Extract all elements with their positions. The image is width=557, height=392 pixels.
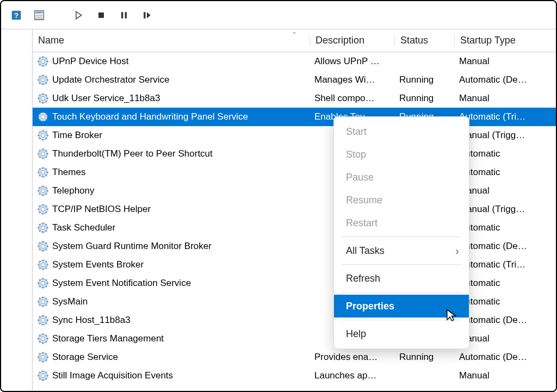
cell-startup: Automatic (Tri… bbox=[455, 111, 556, 122]
svg-point-54 bbox=[41, 133, 45, 137]
service-name-label: Storage Tiers Management bbox=[52, 333, 164, 344]
table-row[interactable]: Time BrokerManual (Trigg… bbox=[33, 126, 556, 145]
service-name-label: System Events Broker bbox=[52, 259, 144, 270]
svg-point-134 bbox=[41, 281, 45, 285]
svg-marker-12 bbox=[147, 12, 151, 18]
cell-startup: Automatic bbox=[455, 148, 556, 159]
svg-rect-11 bbox=[144, 12, 145, 18]
gear-icon bbox=[37, 166, 49, 178]
col-header-startup[interactable]: Startup Type bbox=[455, 35, 556, 46]
table-row[interactable]: Thunderbolt(TM) Peer to Peer ShortcutAut… bbox=[33, 145, 556, 163]
col-header-name[interactable]: Name bbox=[33, 35, 310, 46]
cell-name: System Event Notification Service bbox=[33, 277, 310, 289]
cell-startup: Manual (Trigg… bbox=[455, 130, 556, 141]
menu-item-restart: Restart bbox=[334, 211, 469, 234]
service-name-label: System Guard Runtime Monitor Broker bbox=[52, 241, 212, 252]
details-icon bbox=[34, 10, 45, 21]
menu-item-help[interactable]: Help bbox=[334, 322, 469, 345]
cell-name: System Guard Runtime Monitor Broker bbox=[33, 240, 310, 252]
table-row[interactable]: TCP/IP NetBIOS HelperManual (Trigg… bbox=[33, 200, 556, 219]
svg-point-114 bbox=[41, 244, 45, 248]
svg-point-44 bbox=[41, 115, 45, 119]
help-button[interactable]: ? bbox=[8, 7, 25, 24]
menu-separator bbox=[342, 237, 461, 237]
service-name-label: Update Orchestrator Service bbox=[52, 74, 169, 85]
svg-rect-8 bbox=[98, 13, 104, 18]
svg-point-174 bbox=[41, 355, 45, 359]
svg-point-164 bbox=[41, 337, 45, 340]
cell-name: Task Scheduler bbox=[33, 222, 310, 234]
table-row[interactable]: Udk User Service_11b8a3Shell compo…Runni… bbox=[33, 89, 556, 108]
table-row[interactable]: System Events BrokerAutomatic (Tri… bbox=[33, 256, 556, 274]
svg-marker-193 bbox=[447, 310, 455, 321]
table-row[interactable]: Update Orchestrator ServiceManages Wi…Ru… bbox=[33, 71, 556, 89]
cell-startup: Automatic bbox=[455, 278, 556, 289]
gear-icon bbox=[37, 129, 49, 141]
gear-icon bbox=[37, 55, 49, 67]
cell-name: Still Image Acquisition Events bbox=[33, 370, 310, 382]
table-row[interactable]: ThemesAutomatic bbox=[33, 163, 556, 182]
menu-item-pause: Pause bbox=[334, 166, 469, 189]
table-row[interactable]: Task SchedulerAutomatic bbox=[33, 219, 556, 237]
cell-startup: Automatic bbox=[455, 222, 556, 233]
service-name-label: Telephony bbox=[52, 185, 95, 196]
svg-point-124 bbox=[41, 263, 45, 266]
col-header-description[interactable]: Description bbox=[310, 35, 395, 46]
service-rows: UPnP Device HostAllows UPnP …ManualUpdat… bbox=[33, 52, 556, 385]
svg-marker-7 bbox=[76, 11, 82, 18]
service-name-label: Task Scheduler bbox=[52, 222, 115, 233]
svg-point-104 bbox=[41, 226, 45, 229]
cell-name: TCP/IP NetBIOS Helper bbox=[33, 203, 310, 215]
gear-icon bbox=[37, 370, 49, 382]
view-details-button[interactable] bbox=[30, 7, 48, 24]
cell-startup: Automatic (De… bbox=[455, 241, 556, 252]
svg-point-74 bbox=[41, 170, 45, 174]
svg-point-154 bbox=[41, 318, 45, 322]
cell-startup: Manual bbox=[455, 370, 556, 381]
cell-startup: Automatic bbox=[455, 167, 556, 178]
table-row[interactable]: UPnP Device HostAllows UPnP …Manual bbox=[33, 52, 556, 71]
col-header-status[interactable]: Status bbox=[395, 35, 455, 46]
table-row[interactable]: Still Image Acquisition EventsLaunches a… bbox=[33, 366, 556, 385]
cell-name: Time Broker bbox=[33, 129, 310, 141]
table-row[interactable]: System Guard Runtime Monitor BrokerAutom… bbox=[33, 237, 556, 256]
cell-startup: Manual bbox=[455, 56, 556, 67]
cell-startup: Automatic bbox=[455, 296, 556, 307]
service-grid: Name ⌄ Description Status Startup Type U… bbox=[33, 29, 556, 391]
menu-item-refresh[interactable]: Refresh bbox=[334, 267, 469, 290]
menu-separator bbox=[342, 320, 461, 320]
cell-name: Themes bbox=[33, 166, 310, 178]
gear-icon bbox=[37, 74, 49, 86]
service-name-label: Storage Service bbox=[52, 352, 118, 363]
start-service-button[interactable] bbox=[70, 7, 87, 24]
table-row[interactable]: Sync Host_11b8a3Automatic (De… bbox=[33, 311, 556, 329]
pause-icon bbox=[119, 10, 129, 21]
pause-service-button[interactable] bbox=[115, 7, 133, 24]
cell-startup: Automatic (De… bbox=[455, 352, 556, 363]
service-name-label: UPnP Device Host bbox=[52, 56, 128, 67]
table-row[interactable]: Touch Keyboard and Handwriting Panel Ser… bbox=[33, 108, 556, 126]
cell-description: Manages Wi… bbox=[310, 74, 395, 85]
cell-description: Allows UPnP … bbox=[310, 56, 395, 67]
service-name-label: Touch Keyboard and Handwriting Panel Ser… bbox=[52, 111, 248, 122]
restart-service-button[interactable] bbox=[138, 7, 156, 24]
svg-point-84 bbox=[41, 189, 45, 192]
table-row[interactable]: TelephonyManual bbox=[33, 182, 556, 200]
svg-point-64 bbox=[41, 152, 45, 155]
toolbar: ? bbox=[1, 1, 556, 29]
cell-description: Provides ena… bbox=[310, 352, 395, 363]
cell-startup: Automatic (De… bbox=[455, 315, 556, 326]
menu-item-start: Start bbox=[334, 120, 469, 143]
table-row[interactable]: System Event Notification ServiceAutomat… bbox=[33, 274, 556, 293]
menu-item-resume: Resume bbox=[334, 189, 469, 211]
table-row[interactable]: Storage ServiceProvides ena…RunningAutom… bbox=[33, 348, 556, 366]
cursor-icon bbox=[445, 309, 458, 322]
service-name-label: Themes bbox=[52, 167, 85, 178]
service-name-label: Udk User Service_11b8a3 bbox=[52, 93, 160, 104]
table-row[interactable]: Storage Tiers ManagementManual bbox=[33, 329, 556, 348]
cell-description: Shell compo… bbox=[310, 93, 395, 104]
table-row[interactable]: SysMainAutomatic bbox=[33, 293, 556, 311]
menu-item-all-tasks[interactable]: All Tasks bbox=[334, 239, 469, 262]
gear-icon bbox=[37, 314, 49, 326]
stop-service-button[interactable] bbox=[92, 7, 110, 24]
